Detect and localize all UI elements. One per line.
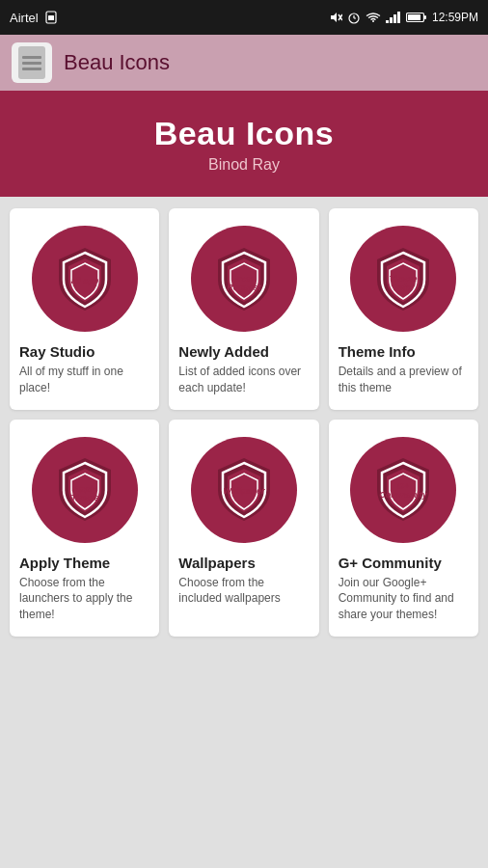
svg-rect-11 [397,12,400,23]
svg-text:Info: Info [395,283,412,292]
hero-subtitle: Binod Ray [208,156,280,174]
time-label: 12:59PM [432,11,478,24]
svg-rect-13 [408,14,420,20]
icon-line-1 [22,56,41,59]
icon-line-2 [22,62,41,65]
svg-text:Theme: Theme [70,493,98,502]
card-theme-info[interactable]: Theme Info Theme Info Details and a prev… [329,208,478,410]
card-title-wallpapers: Wallpapers [178,555,309,571]
svg-text:all app: all app [70,276,98,285]
card-ray-studio[interactable]: all app Ray Studio All of my stuff in on… [10,208,159,410]
card-newly-added[interactable]: Icon Request Newly Added List of added i… [169,208,318,410]
status-right: 12:59PM [329,11,478,24]
card-icon-apply-theme: Apply Theme [32,437,138,543]
card-title-ray-studio: Ray Studio [19,343,149,360]
card-title-apply-theme: Apply Theme [19,555,149,571]
shield-icon-wallpapers: Wallpaper [210,453,278,526]
svg-rect-9 [390,17,393,23]
signal-icon [386,11,401,24]
alarm-icon [347,11,361,24]
card-title-newly-added: Newly Added [178,343,309,360]
hero-title: Beau Icons [154,115,334,152]
wifi-icon [366,11,381,24]
card-title-theme-info: Theme Info [339,343,469,360]
svg-rect-1 [48,15,54,20]
card-desc-ray-studio: All of my stuff in one place! [19,364,149,396]
card-gplus-community[interactable]: G+ Community G+ Community Join our Googl… [329,420,478,637]
shield-icon-ray-studio: all app [51,243,119,315]
card-desc-gplus-community: Join our Google+ Community to find and s… [339,575,469,623]
svg-rect-10 [393,14,396,23]
cards-grid: all app Ray Studio All of my stuff in on… [0,197,488,648]
card-icon-ray-studio: all app [32,226,138,332]
svg-rect-8 [386,20,389,23]
card-icon-theme-info: Theme Info [350,226,456,332]
icon-line-3 [22,68,41,70]
mute-icon [329,11,342,24]
status-left: Airtel [10,11,58,25]
card-wallpapers[interactable]: Wallpaper Wallpapers Choose from the inc… [169,420,318,637]
shield-icon-theme-info: Theme Info [369,243,437,315]
svg-rect-14 [424,15,426,19]
shield-icon-gplus-community: G+ Community [369,453,437,526]
card-desc-theme-info: Details and a preview of this theme [339,364,469,396]
card-icon-wallpapers: Wallpaper [191,437,297,543]
toolbar-title: Beau Icons [64,50,170,75]
card-desc-wallpapers: Choose from the included wallpapers [178,575,309,608]
sim-icon [44,11,58,24]
carrier-label: Airtel [10,11,39,25]
card-apply-theme[interactable]: Apply Theme Apply Theme Choose from the … [10,420,159,637]
hero-banner: Beau Icons Binod Ray [0,91,488,197]
shield-icon-apply-theme: Apply Theme [51,453,119,526]
svg-text:Community: Community [380,490,428,500]
card-icon-newly-added: Icon Request [191,226,297,332]
card-desc-apply-theme: Choose from the launchers to apply the t… [19,575,149,623]
shield-icon-newly-added: Icon Request [210,243,278,315]
card-desc-newly-added: List of added icons over each update! [178,364,309,396]
card-title-gplus-community: G+ Community [339,555,469,571]
svg-marker-2 [331,13,337,22]
svg-text:Request: Request [227,283,262,292]
svg-text:Wallpaper: Wallpaper [224,486,265,496]
toolbar: Beau Icons [0,35,488,91]
status-bar: Airtel [0,0,488,35]
card-icon-gplus-community: G+ Community [350,437,456,543]
battery-icon [406,11,427,24]
app-icon-inner [18,46,45,79]
app-icon [12,42,52,83]
